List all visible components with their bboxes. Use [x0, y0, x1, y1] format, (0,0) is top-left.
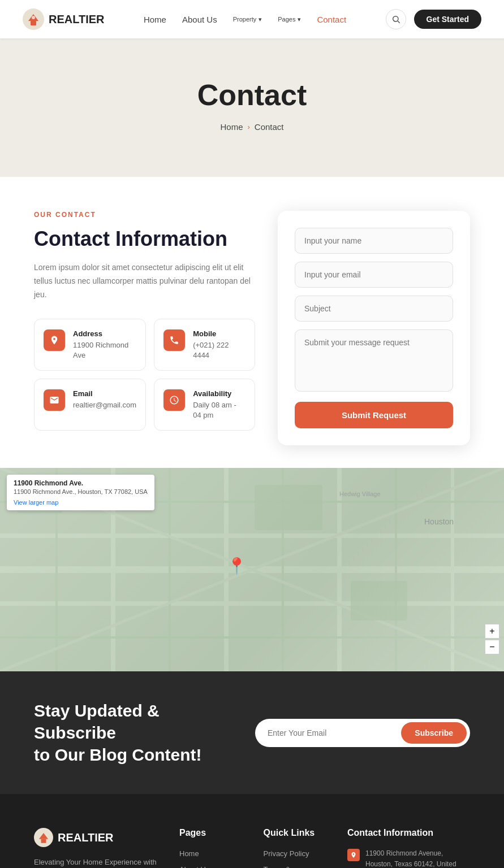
svg-point-2 — [32, 16, 35, 19]
svg-rect-23 — [351, 581, 407, 620]
footer-address-item: 11900 Richmond Avenue, Houston, Texas 60… — [347, 848, 470, 868]
list-item: Home — [179, 848, 241, 858]
footer-privacy[interactable]: Privacy Policy — [264, 849, 309, 858]
map-address-title: 11900 Richmond Ave. — [14, 479, 148, 487]
footer-top: REALTIER Elevating Your Home Experience … — [34, 828, 470, 868]
contact-card-availability: Availability Daily 08 am - 04 pm — [154, 379, 255, 431]
map-info-box: 11900 Richmond Ave. 11900 Richmond Ave.,… — [7, 475, 154, 510]
zoom-in-button[interactable]: + — [485, 624, 499, 639]
list-item: Terms & Conditions — [264, 864, 325, 868]
map-full-address: 11900 Richmond Ave., Houston, TX 77082, … — [14, 488, 148, 495]
svg-text:Houston: Houston — [424, 517, 454, 526]
clock-icon — [163, 389, 185, 411]
footer-address-icon — [347, 849, 360, 861]
nav-property[interactable]: Property▾ — [233, 16, 262, 23]
footer-quick-links-list: Privacy Policy Terms & Conditions Our Te… — [264, 848, 325, 868]
footer-logo: REALTIER — [34, 828, 157, 847]
subscribe-email-input[interactable] — [259, 723, 401, 743]
search-button[interactable] — [386, 9, 406, 29]
mobile-text: Mobile (+021) 222 4444 — [193, 329, 245, 360]
email-icon — [44, 389, 65, 411]
subscribe-button[interactable]: Subscribe — [401, 722, 467, 744]
footer-address-text: 11900 Richmond Avenue, Houston, Texas 60… — [365, 848, 470, 868]
get-started-button[interactable]: Get Started — [414, 10, 481, 29]
footer-contact-title: Contact Information — [347, 828, 470, 838]
phone-icon — [163, 329, 185, 351]
nav-about[interactable]: About Us — [182, 15, 217, 24]
svg-rect-27 — [41, 839, 46, 843]
footer-contact-col: Contact Information 11900 Richmond Avenu… — [347, 828, 470, 868]
subject-input[interactable] — [295, 296, 453, 322]
contact-title: Contact Information — [34, 227, 255, 251]
list-item: About Us — [179, 864, 241, 868]
footer-page-home[interactable]: Home — [179, 849, 199, 858]
map-section: Houston Hedwig Village 11900 Richmond Av… — [0, 468, 504, 671]
footer-quick-links-title: Quick Links — [264, 828, 325, 838]
subscribe-form: Subscribe — [255, 719, 470, 747]
breadcrumb-current: Contact — [255, 122, 284, 132]
availability-text: Availability Daily 08 am - 04 pm — [193, 389, 245, 420]
map-link[interactable]: View larger map — [14, 499, 148, 506]
map-zoom: + − — [485, 624, 499, 654]
contact-section: OUR CONTACT Contact Information Lorem ip… — [0, 177, 504, 468]
email-input[interactable] — [295, 262, 453, 288]
footer-logo-text: REALTIER — [58, 831, 114, 844]
breadcrumb: Home › Contact — [23, 122, 481, 132]
map-pin — [227, 556, 247, 575]
footer-brand: REALTIER Elevating Your Home Experience … — [34, 828, 157, 868]
hero-section: Contact Home › Contact — [0, 38, 504, 177]
svg-rect-22 — [255, 485, 322, 530]
breadcrumb-separator: › — [247, 123, 249, 131]
nav-actions: Get Started — [386, 9, 481, 29]
footer-page-about[interactable]: About Us — [179, 865, 209, 868]
subscribe-text: Stay Updated & Subscribeto Our Blog Cont… — [34, 700, 238, 766]
contact-description: Lorem ipsum dolor sit amet consectetur a… — [34, 261, 255, 301]
search-icon — [391, 15, 400, 24]
page-title: Contact — [23, 78, 481, 112]
footer-pages-col: Pages Home About Us Property Contact — [179, 828, 241, 868]
contact-form: Submit Request — [278, 211, 470, 445]
logo-text: REALTIER — [49, 13, 105, 26]
list-item: Privacy Policy — [264, 848, 325, 858]
message-input[interactable] — [295, 329, 453, 392]
nav-pages[interactable]: Pages▾ — [278, 16, 301, 23]
address-text: Address 11900 Richmond Ave — [73, 329, 136, 360]
svg-line-4 — [398, 21, 400, 23]
contact-card-mobile: Mobile (+021) 222 4444 — [154, 319, 255, 371]
footer-terms[interactable]: Terms & Conditions — [264, 865, 298, 868]
contact-card-address: Address 11900 Richmond Ave — [34, 319, 146, 371]
footer-quick-links-col: Quick Links Privacy Policy Terms & Condi… — [264, 828, 325, 868]
navbar: REALTIER Home About Us Property▾ Pages▾ … — [0, 0, 504, 38]
contact-card-email: Email realtier@gmail.com — [34, 379, 146, 431]
nav-contact[interactable]: Contact — [317, 15, 346, 24]
email-text: Email realtier@gmail.com — [73, 389, 136, 410]
svg-point-3 — [393, 16, 398, 21]
nav-home[interactable]: Home — [144, 15, 166, 24]
contact-left: OUR CONTACT Contact Information Lorem ip… — [34, 211, 255, 431]
svg-rect-1 — [31, 21, 36, 25]
map-placeholder: Houston Hedwig Village 11900 Richmond Av… — [0, 468, 504, 671]
footer-pages-list: Home About Us Property Contact — [179, 848, 241, 868]
breadcrumb-home[interactable]: Home — [220, 122, 243, 132]
svg-text:Hedwig Village: Hedwig Village — [339, 491, 381, 497]
zoom-out-button[interactable]: − — [485, 640, 499, 654]
footer-brand-text: Elevating Your Home Experience with Unpa… — [34, 856, 157, 868]
section-label: OUR CONTACT — [34, 211, 255, 219]
footer: REALTIER Elevating Your Home Experience … — [0, 794, 504, 868]
address-icon — [44, 329, 65, 351]
submit-button[interactable]: Submit Request — [295, 402, 453, 428]
contact-cards: Address 11900 Richmond Ave Mobile (+021)… — [34, 319, 255, 431]
footer-pages-title: Pages — [179, 828, 241, 838]
logo[interactable]: REALTIER — [23, 8, 105, 30]
name-input[interactable] — [295, 228, 453, 254]
nav-links: Home About Us Property▾ Pages▾ Contact — [144, 15, 346, 24]
subscribe-section: Stay Updated & Subscribeto Our Blog Cont… — [0, 671, 504, 794]
subscribe-title: Stay Updated & Subscribeto Our Blog Cont… — [34, 700, 238, 766]
